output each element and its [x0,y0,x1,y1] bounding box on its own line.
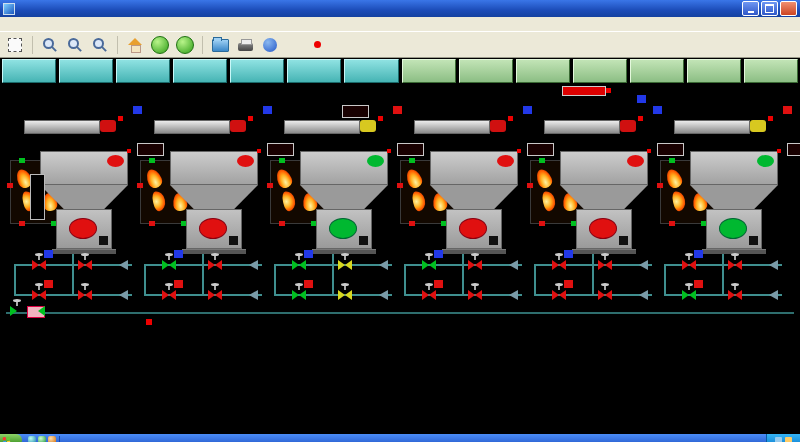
hot-air-control-valve[interactable] [422,290,436,300]
hot-air-control-valve[interactable] [32,290,46,300]
nav-button-11[interactable] [630,59,684,83]
mill-table-cell [554,343,650,352]
mill-motor-icon[interactable] [459,218,487,239]
quick-launch-icon-3[interactable] [48,436,56,442]
zoom-out-button[interactable] [65,35,85,55]
mill-table-cell [34,388,130,397]
hot-air-shutoff-valve[interactable] [208,290,222,300]
nav-button-2[interactable] [116,59,170,83]
cold-air-shutoff-valve[interactable] [728,260,742,270]
status-dot-icon [539,221,545,226]
cold-air-pipe [14,264,132,266]
gearbox-icon [619,236,628,245]
toolbar-separator [117,36,118,54]
tray-icon-1[interactable] [775,437,782,442]
mill-motor-icon[interactable] [589,218,617,239]
menu-bar [0,17,800,32]
mill-top [560,151,648,185]
close-button[interactable] [780,1,797,16]
hot-air-shutoff-valve[interactable] [598,290,612,300]
cold-air-control-valve[interactable] [162,260,176,270]
home-icon [127,38,143,52]
nav-button-4[interactable] [230,59,284,83]
mill-motor-icon[interactable] [199,218,227,239]
minimize-button[interactable] [742,1,759,16]
mill-table-cell [164,370,260,379]
cold-air-shutoff-valve[interactable] [598,260,612,270]
status-dot-icon [657,183,663,188]
cold-air-shutoff-valve[interactable] [208,260,222,270]
zoom-button[interactable] [40,35,60,55]
alarm-dot-icon [647,149,651,153]
nav-button-8[interactable] [459,59,513,83]
start-button[interactable] [0,434,22,442]
hot-air-shutoff-valve[interactable] [78,290,92,300]
alarm-box-icon [146,319,152,325]
mill-table-cell [294,388,390,397]
mill-motor-icon[interactable] [69,218,97,239]
info-button[interactable] [260,35,280,55]
nav-button-1[interactable] [59,59,113,83]
accumulator-row-2 [4,100,96,107]
maximize-button[interactable] [761,1,778,16]
hot-air-shutoff-valve[interactable] [338,290,352,300]
nav-button-9[interactable] [516,59,570,83]
open-button[interactable] [210,35,230,55]
hot-air-shutoff-valve[interactable] [468,290,482,300]
nav-button-13[interactable] [744,59,798,83]
alarm-dot-icon [257,149,261,153]
flame-icon [151,190,167,212]
mill-motor-icon[interactable] [329,218,357,239]
home-button[interactable] [125,35,145,55]
rec-dot-icon [314,41,321,48]
zoom-in-button[interactable] [90,35,110,55]
cold-air-control-valve[interactable] [682,260,696,270]
cold-air-shutoff-valve[interactable] [78,260,92,270]
mill-column-C [270,84,398,418]
nozzle-icon [379,290,388,300]
print-button[interactable] [235,35,255,55]
gearbox-icon [99,236,108,245]
quick-launch-icon-2[interactable] [38,436,46,442]
hot-air-control-valve[interactable] [552,290,566,300]
seal-air-valve[interactable] [10,307,24,317]
hot-air-shutoff-valve[interactable] [728,290,742,300]
mill-table-cell [294,370,390,379]
hot-air-control-valve[interactable] [292,290,306,300]
magnifier-plus-icon [93,38,107,52]
magnifier-minus-icon [68,38,82,52]
nav-button-6[interactable] [344,59,398,83]
cold-air-control-valve[interactable] [552,260,566,270]
nozzle-icon [509,290,518,300]
cold-air-shutoff-valve[interactable] [338,260,352,270]
cold-air-shutoff-valve[interactable] [468,260,482,270]
taskbar [0,434,800,442]
bunker-level-bar [284,120,360,134]
select-tool-button[interactable] [5,35,25,55]
hot-air-pipe [14,294,132,296]
mill-top [690,151,778,185]
nav-button-7[interactable] [402,59,456,83]
auto-badge [637,95,646,103]
forward-button[interactable] [175,35,195,55]
status-dot-icon [409,221,415,226]
cold-air-pipe [144,264,262,266]
hot-air-control-valve[interactable] [162,290,176,300]
cold-air-control-valve[interactable] [32,260,46,270]
alarm-dot-icon [508,116,513,121]
mill-table-cell [424,397,520,406]
quick-launch-icon-1[interactable] [28,436,36,442]
mill-motor-icon[interactable] [719,218,747,239]
back-button[interactable] [150,35,170,55]
mill-table-cell [554,361,650,370]
nav-button-10[interactable] [573,59,627,83]
nav-button-5[interactable] [287,59,341,83]
nav-button-3[interactable] [173,59,227,83]
nav-button-12[interactable] [687,59,741,83]
cold-air-control-valve[interactable] [422,260,436,270]
tray-icon-2[interactable] [785,437,792,442]
cold-air-control-valve[interactable] [292,260,306,270]
status-dot-icon [137,183,143,188]
hot-air-control-valve[interactable] [682,290,696,300]
nav-button-0[interactable] [2,59,56,83]
